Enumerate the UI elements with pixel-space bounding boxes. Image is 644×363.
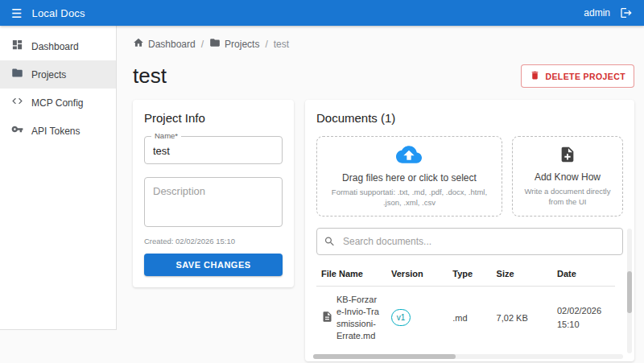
add-document-icon [559,146,576,167]
delete-project-button[interactable]: DELETE PROJECT [521,64,634,88]
project-info-card: Project Info Name* Created: 02/02/2026 1… [133,100,294,287]
breadcrumb-separator: / [265,39,267,50]
sidebar: Dashboard Projects MCP Config API Tokens [0,26,117,330]
sidebar-item-mcp-config[interactable]: MCP Config [0,89,116,117]
sidebar-item-label: MCP Config [31,97,83,109]
name-field[interactable] [144,136,283,164]
file-size: 7,02 KB [492,287,552,349]
file-type: .md [448,287,491,349]
file-name: KB-Forzare-Invio-Trasmissioni-Errate.md [336,294,382,341]
description-field[interactable] [144,177,283,227]
folder-icon [11,67,23,82]
sidebar-item-label: API Tokens [31,126,80,137]
sidebar-item-label: Projects [31,69,66,80]
knowhow-subtitle: Write a document directly from the UI [521,186,614,208]
folder-icon [209,37,221,51]
sidebar-item-dashboard[interactable]: Dashboard [0,32,116,60]
project-info-title: Project Info [144,111,283,125]
code-icon [11,95,23,110]
main-content: Dashboard / Projects / test test DELETE … [117,26,644,363]
breadcrumb: Dashboard / Projects / test [133,37,634,51]
sidebar-item-api-tokens[interactable]: API Tokens [0,117,116,145]
vertical-scrollbar-thumb[interactable] [627,271,632,313]
logout-icon[interactable] [620,6,633,19]
documents-title: Documents (1) [316,111,623,125]
column-header-size[interactable]: Size [492,262,552,287]
column-header-file-name[interactable]: File Name [316,262,386,287]
version-chip[interactable]: v1 [391,309,411,326]
key-icon [11,123,23,138]
home-icon [133,37,144,51]
breadcrumb-projects[interactable]: Projects [209,37,259,51]
file-dropzone[interactable]: Drag files here or click to select Forma… [316,136,502,217]
menu-icon[interactable]: ☰ [11,7,22,19]
save-changes-button[interactable]: SAVE CHANGES [144,254,283,276]
app-header: ☰ Local Docs admin [0,0,644,26]
table-row[interactable]: KB-Forzare-Invio-Trasmissioni-Errate.md … [316,287,615,349]
search-icon [324,236,336,248]
horizontal-scrollbar-thumb[interactable] [313,354,456,359]
name-field-label: Name* [151,131,181,140]
sidebar-item-projects[interactable]: Projects [0,60,116,89]
breadcrumb-separator: / [201,39,204,50]
horizontal-scrollbar [313,354,623,359]
app-title: Local Docs [31,7,85,19]
file-date: 02/02/2026 15:10 [552,287,615,349]
created-timestamp: Created: 02/02/2026 15:10 [144,237,283,245]
breadcrumb-dashboard[interactable]: Dashboard [133,37,196,51]
user-name: admin [584,7,610,19]
column-header-date[interactable]: Date [552,262,615,287]
dashboard-icon [11,39,23,54]
column-header-type[interactable]: Type [448,262,491,287]
breadcrumb-current: test [274,39,289,50]
search-documents-input[interactable] [316,228,623,255]
dropzone-formats: Formati supportati: .txt, .md, .pdf, .do… [325,187,493,208]
sidebar-item-label: Dashboard [31,41,79,52]
column-header-version[interactable]: Version [386,262,448,287]
vertical-scrollbar [627,229,632,353]
file-icon [321,311,333,324]
documents-card: Documents (1) Drag files here or click t… [305,100,634,361]
documents-table: File Name Version Type Size Date [316,262,615,349]
add-knowhow-zone[interactable]: Add Know How Write a document directly f… [512,136,623,217]
upload-cloud-icon [396,145,422,167]
page-title: test [133,64,167,89]
knowhow-title: Add Know How [535,171,601,183]
dropzone-instruction: Drag files here or click to select [342,172,477,184]
delete-icon [530,70,540,82]
